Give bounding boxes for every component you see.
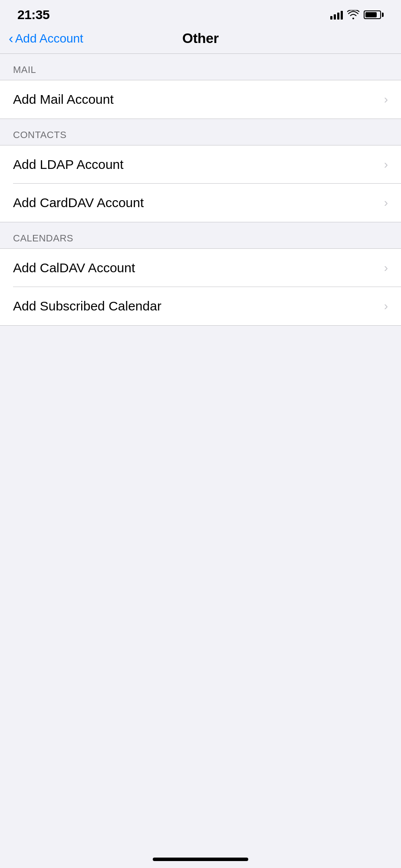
add-subscribed-calendar-label: Add Subscribed Calendar: [13, 299, 161, 314]
add-ldap-account-item[interactable]: Add LDAP Account ›: [0, 145, 401, 184]
chevron-right-icon: ›: [384, 158, 388, 172]
calendars-section-header: CALENDARS: [0, 222, 401, 248]
nav-bar: ‹ Add Account Other: [0, 26, 401, 54]
add-ldap-account-label: Add LDAP Account: [13, 157, 124, 172]
mail-section: MAIL Add Mail Account ›: [0, 54, 401, 119]
status-time: 21:35: [17, 7, 49, 22]
add-mail-account-label: Add Mail Account: [13, 92, 114, 107]
chevron-right-icon: ›: [384, 92, 388, 106]
bottom-empty-area: [0, 326, 401, 716]
add-subscribed-calendar-item[interactable]: Add Subscribed Calendar ›: [0, 287, 401, 325]
calendars-section-label: CALENDARS: [13, 233, 73, 244]
add-caldav-account-item[interactable]: Add CalDAV Account ›: [0, 249, 401, 287]
battery-icon: [364, 10, 384, 19]
chevron-right-icon: ›: [384, 261, 388, 275]
contacts-section-label: CONTACTS: [13, 129, 66, 140]
back-chevron-icon: ‹: [9, 31, 13, 45]
status-icons: [330, 10, 384, 20]
chevron-right-icon: ›: [384, 299, 388, 313]
contacts-section-list: Add LDAP Account › Add CardDAV Account ›: [0, 145, 401, 222]
back-label: Add Account: [15, 32, 83, 46]
add-carddav-account-label: Add CardDAV Account: [13, 195, 144, 210]
calendars-section: CALENDARS Add CalDAV Account › Add Subsc…: [0, 222, 401, 326]
add-mail-account-item[interactable]: Add Mail Account ›: [0, 80, 401, 119]
home-indicator: [153, 858, 248, 861]
add-carddav-account-item[interactable]: Add CardDAV Account ›: [0, 184, 401, 222]
page-title: Other: [182, 30, 219, 46]
back-button[interactable]: ‹ Add Account: [9, 32, 83, 46]
mail-section-label: MAIL: [13, 64, 36, 75]
status-bar: 21:35: [0, 0, 401, 26]
calendars-section-list: Add CalDAV Account › Add Subscribed Cale…: [0, 248, 401, 326]
content: MAIL Add Mail Account › CONTACTS Add LDA…: [0, 54, 401, 716]
contacts-section-header: CONTACTS: [0, 119, 401, 145]
add-caldav-account-label: Add CalDAV Account: [13, 261, 135, 275]
mail-section-header: MAIL: [0, 54, 401, 80]
chevron-right-icon: ›: [384, 196, 388, 210]
wifi-icon: [347, 10, 359, 20]
mail-section-list: Add Mail Account ›: [0, 80, 401, 119]
signal-icon: [330, 10, 343, 20]
contacts-section: CONTACTS Add LDAP Account › Add CardDAV …: [0, 119, 401, 222]
